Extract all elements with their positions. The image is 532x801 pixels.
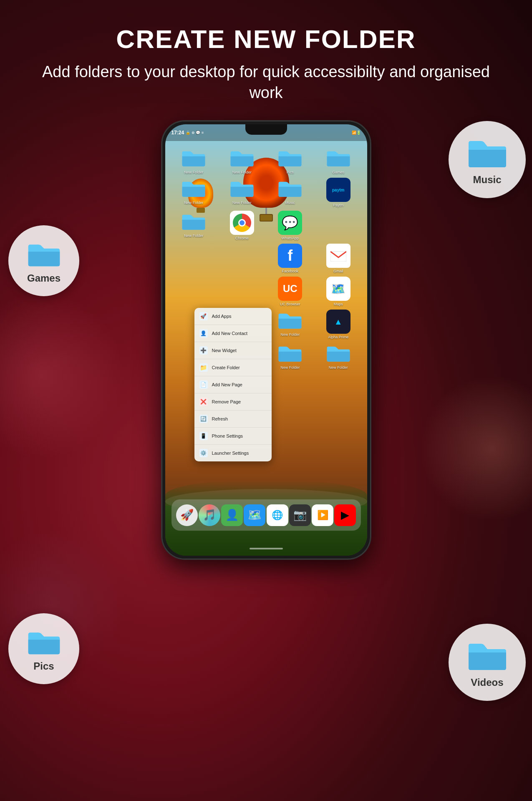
app-item-pics[interactable]: Pics — [268, 147, 313, 174]
music-label: Music — [473, 174, 501, 186]
pics-app-label: Pics — [287, 170, 294, 174]
circle-pics: Pics — [8, 613, 79, 684]
add-contact-label: Add New Contact — [212, 331, 248, 336]
dock-youtube[interactable]: ▶ — [334, 504, 356, 526]
folder-icon-5 — [181, 211, 206, 232]
new-widget-label: New Widget — [212, 348, 237, 353]
menu-new-widget[interactable]: ➕ New Widget — [194, 342, 272, 359]
phone-screen: 17:24 🔒 ⊕ 💬 ≡ 📶🔋 — [165, 124, 367, 556]
menu-create-folder[interactable]: 📁 Create Folder — [194, 359, 272, 376]
app-item-folder6[interactable]: New Folder — [268, 310, 313, 339]
games-app-label: Games — [332, 170, 344, 174]
chrome-label: Chrome — [235, 236, 249, 240]
folder-icon-3 — [181, 178, 206, 199]
app-item-folder1[interactable]: New Folder — [171, 147, 217, 174]
dock-chrome[interactable]: 🌐 — [267, 504, 288, 526]
dock-siri[interactable]: 🎵 — [199, 504, 220, 526]
folder7-label: New Folder — [280, 365, 300, 370]
games-label: Games — [27, 272, 61, 284]
app-item-folder7[interactable]: New Folder — [268, 343, 313, 370]
maps-icon: 🗺️ — [326, 277, 350, 301]
remove-page-icon: ❌ — [199, 398, 208, 406]
bg-blob-left — [0, 292, 125, 459]
new-widget-icon: ➕ — [199, 346, 208, 355]
facebook-icon: f — [278, 244, 302, 268]
app-item-chrome[interactable]: Chrome — [219, 211, 265, 240]
app-item-folder8[interactable]: New Folder — [316, 343, 361, 370]
paytm-label: Paytm — [333, 203, 344, 207]
context-menu: 🚀 Add Apps 👤 Add New Contact ➕ New Widge… — [194, 308, 272, 461]
pics-folder-icon — [26, 626, 62, 657]
dock-launcher[interactable]: 🚀 — [176, 504, 198, 526]
add-apps-label: Add Apps — [212, 314, 232, 319]
add-page-label: Add New Page — [212, 382, 242, 387]
pics-label: Pics — [33, 660, 54, 672]
phone-settings-icon: 📱 — [199, 432, 208, 440]
music-folder-icon — [466, 134, 508, 171]
add-page-icon: 📄 — [199, 380, 208, 389]
launcher-settings-label: Launcher Settings — [212, 451, 249, 456]
app-item-folder2[interactable]: New Folder — [219, 147, 265, 174]
app-item-paytm[interactable]: paytm Paytm — [316, 178, 361, 207]
menu-add-page[interactable]: 📄 Add New Page — [194, 376, 272, 393]
folder-icon-7 — [277, 343, 303, 364]
app-item-folder5[interactable]: New Folder — [171, 211, 217, 240]
dock-map[interactable]: 🗺️ — [244, 504, 265, 526]
dock-play[interactable]: ▶️ — [312, 504, 333, 526]
add-contact-icon: 👤 — [199, 329, 208, 338]
app-item-whatsapp[interactable]: 💬 WhatsApp — [268, 211, 313, 240]
phone-inner: 17:24 🔒 ⊕ 💬 ≡ 📶🔋 — [165, 124, 367, 556]
folder8-label: New Folder — [329, 365, 348, 370]
folder1-label: New Folder — [184, 170, 203, 174]
whatsapp-label: WhatsApp — [281, 236, 299, 240]
menu-add-apps[interactable]: 🚀 Add Apps — [194, 308, 272, 325]
circle-music: Music — [449, 121, 526, 198]
gmail-label: Gmail — [333, 269, 343, 273]
app-item-music[interactable]: Music — [268, 178, 313, 207]
folder-icon-games — [326, 147, 351, 169]
paytm-icon: paytm — [326, 178, 350, 202]
remove-page-label: Remove Page — [212, 399, 241, 404]
status-time: 17:24 — [171, 130, 184, 136]
folder4-label: New Folder — [232, 201, 252, 205]
refresh-label: Refresh — [212, 416, 228, 421]
status-icons: 📶🔋 — [352, 131, 361, 135]
chrome-circle — [233, 214, 251, 232]
launcher-settings-icon: ⚙️ — [199, 449, 208, 457]
phone-settings-label: Phone Settings — [212, 433, 243, 438]
folder6-label: New Folder — [280, 332, 300, 337]
folder-icon-pics — [277, 147, 303, 169]
dock-camera[interactable]: 📷 — [289, 504, 311, 526]
status-bar: 17:24 🔒 ⊕ 💬 ≡ 📶🔋 — [165, 124, 367, 141]
dock-contacts[interactable]: 👤 — [221, 504, 243, 526]
phone-outer: 17:24 🔒 ⊕ 💬 ≡ 📶🔋 — [162, 121, 371, 559]
app-item-games[interactable]: Games — [316, 147, 361, 174]
menu-launcher-settings[interactable]: ⚙️ Launcher Settings — [194, 445, 272, 461]
videos-label: Videos — [471, 677, 503, 688]
folder-icon-2 — [229, 147, 255, 169]
folder-icon-4 — [229, 178, 255, 199]
alpha-label: Alpha Prime — [328, 335, 348, 339]
menu-remove-page[interactable]: ❌ Remove Page — [194, 393, 272, 411]
menu-refresh[interactable]: 🔄 Refresh — [194, 411, 272, 428]
app-item-maps[interactable]: 🗺️ Maps — [316, 277, 361, 306]
create-folder-icon: 📁 — [199, 363, 208, 372]
gmail-icon — [326, 244, 350, 268]
menu-add-contact[interactable]: 👤 Add New Contact — [194, 325, 272, 342]
chrome-icon — [230, 211, 254, 235]
music-app-label: Music — [285, 201, 295, 205]
menu-phone-settings[interactable]: 📱 Phone Settings — [194, 428, 272, 445]
circle-games: Games — [8, 225, 79, 296]
facebook-label: Facebook — [282, 269, 298, 273]
home-indicator — [250, 548, 283, 549]
app-item-gmail[interactable]: Gmail — [316, 244, 361, 273]
status-left-icons: 17:24 🔒 ⊕ 💬 ≡ — [171, 130, 204, 136]
app-item-facebook[interactable]: f Facebook — [268, 244, 313, 273]
phone-wrapper: 17:24 🔒 ⊕ 💬 ≡ 📶🔋 — [162, 121, 371, 559]
add-apps-icon: 🚀 — [199, 312, 208, 320]
app-item-folder4[interactable]: New Folder — [219, 178, 265, 207]
app-item-alpha[interactable]: ▲ Alpha Prime — [316, 310, 361, 339]
app-item-folder3[interactable]: New Folder — [171, 178, 217, 207]
app-item-uc[interactable]: UC UC Browser — [268, 277, 313, 306]
folder5-label: New Folder — [184, 234, 203, 238]
